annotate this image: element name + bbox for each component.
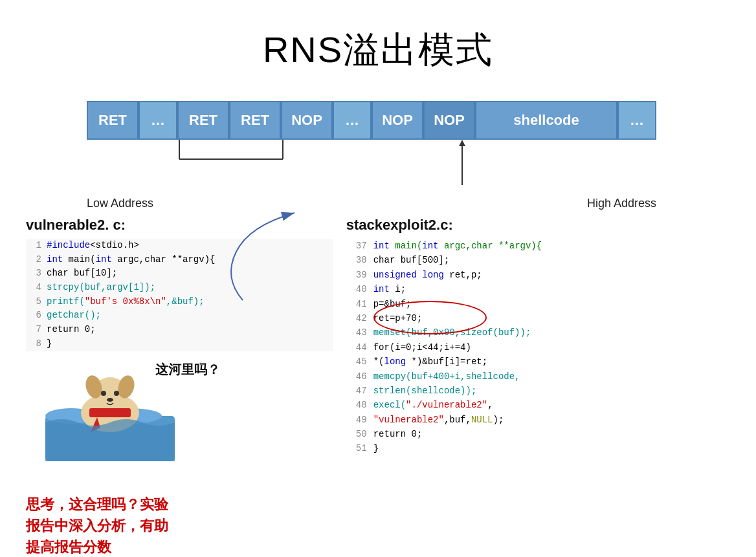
rcode-line-48: 48 execl("./vulnerable2", (346, 398, 730, 412)
rcode-content-41: p=&buf; (373, 297, 412, 311)
printf-str: "buf's 0x%8x\n" (85, 296, 166, 307)
int-keyword-2: int (96, 254, 112, 265)
rline-num-40: 40 (346, 282, 367, 296)
cell-nop-2: NOP (372, 101, 423, 140)
left-code-block: 1 #include<stdio.h> 2 int main(int argc,… (26, 239, 333, 351)
code-content-3: char buf[10]; (47, 267, 117, 281)
end-49: ); (493, 415, 504, 425)
comma-48: , (487, 400, 493, 410)
rcode-line-40: 40 int i; (346, 282, 730, 296)
rcode-content-39: unsigned long ret,p; (373, 268, 482, 282)
svg-marker-4 (459, 140, 465, 146)
execl-48: execl( (373, 400, 406, 410)
high-address-label: High Address (587, 197, 656, 210)
args-37: argc,char **argv){ (439, 241, 542, 251)
rcode-line-49: 49 "vulnerable2",buf,NULL); (346, 413, 730, 427)
null-49: NULL (471, 415, 493, 425)
str-48: "./vulnerable2" (406, 400, 487, 410)
rline-num-46: 46 (346, 369, 367, 384)
include-keyword: #include (47, 240, 90, 250)
rcode-line-46: 46 memcpy(buf+400+i,shellcode, (346, 369, 730, 384)
code-line-2: 2 int main(int argc,char **argv){ (26, 253, 333, 267)
rcode-line-39: 39 unsigned long ret,p; (346, 268, 730, 282)
code-content-7: return 0; (47, 323, 96, 337)
rline-num-50: 50 (346, 427, 367, 441)
right-section-title: stackexploit2.c: (346, 217, 730, 234)
rline-num-49: 49 (346, 413, 367, 427)
rline-num-42: 42 (346, 311, 367, 325)
rcode-line-51: 51 } (346, 441, 730, 455)
right-code-block: 37 int main(int argc,char **argv){ 38 ch… (346, 239, 730, 456)
rcode-line-42: 42 ret=p+70; (346, 311, 730, 325)
unsigned-39: unsigned (373, 270, 423, 280)
rline-num-43: 43 (346, 325, 367, 340)
code-content-8: } (47, 337, 52, 351)
line-num-7: 7 (26, 323, 41, 337)
memory-row: RET … RET RET NOP … NOP NOP shellcode … (87, 101, 669, 140)
rcode-content-37: int main(int argc,char **argv){ (373, 239, 542, 253)
right-column: stackexploit2.c: 37 int main(int argc,ch… (346, 217, 730, 557)
rcode-content-46: memcpy(buf+400+i,shellcode, (373, 369, 520, 384)
line-num-5: 5 (26, 295, 41, 309)
address-labels: Low Address High Address (87, 197, 656, 210)
cell-ret-3: RET (229, 101, 281, 140)
code-line-7: 7 return 0; (26, 323, 333, 337)
rcode-content-47: strlen(shellcode)); (373, 384, 477, 398)
line-num-8: 8 (26, 337, 41, 351)
rline-num-45: 45 (346, 355, 367, 369)
line-num-3: 3 (26, 267, 41, 281)
rline-num-37: 37 (346, 239, 367, 253)
svg-rect-15 (89, 408, 131, 417)
content-area: vulnerable2. c: 1 #include<stdio.h> 2 in… (0, 217, 756, 557)
cell-ret-1: RET (87, 101, 139, 140)
vars-39: ret,p; (444, 270, 482, 280)
rcode-content-51: } (373, 441, 379, 455)
cell-dots-3: … (617, 101, 656, 140)
printf-func: printf( (47, 296, 85, 307)
left-section-title: vulnerable2. c: (26, 217, 333, 234)
dog-question-text: 这河里吗？ (155, 361, 220, 378)
rline-num-41: 41 (346, 297, 367, 311)
var-40: i; (390, 284, 406, 294)
line-num-1: 1 (26, 239, 41, 253)
rcode-line-47: 47 strlen(shellcode)); (346, 384, 730, 398)
code-content-2: int main(int argc,char **argv){ (47, 253, 215, 267)
args-49: ,buf, (444, 415, 471, 425)
rcode-content-40: int i; (373, 282, 406, 296)
line-num-2: 2 (26, 253, 41, 267)
code-line-4: 4 strcpy(buf,argv[1]); (26, 281, 333, 295)
main-func-1: main( (69, 254, 96, 265)
code-content-1: #include<stdio.h> (47, 239, 139, 253)
line-num-4: 4 (26, 281, 41, 295)
cell-nop-3: NOP (423, 101, 475, 140)
str2-49: "vulnerable2" (373, 415, 444, 425)
int-keyword-1: int (47, 254, 69, 265)
code-line-3: 3 char buf[10]; (26, 267, 333, 281)
printf-arg: ,&buf); (166, 296, 205, 307)
rline-num-44: 44 (346, 340, 367, 355)
svg-point-13 (114, 391, 119, 396)
low-address-label: Low Address (87, 197, 153, 210)
rcode-content-44: for(i=0;i<44;i+=4) (373, 340, 471, 355)
rcode-content-38: char buf[500]; (373, 253, 450, 267)
code-content-4: strcpy(buf,argv[1]); (47, 281, 155, 295)
rcode-content-48: execl("./vulnerable2", (373, 398, 493, 412)
cell-ret-2: RET (177, 101, 229, 140)
rcode-content-50: return 0; (373, 427, 423, 441)
line-num-6: 6 (26, 309, 41, 323)
long-45: long (384, 356, 406, 367)
code-line-8: 8 } (26, 337, 333, 351)
rcode-content-45: *(long *)&buf[i]=ret; (373, 355, 487, 369)
cell-nop-1: NOP (281, 101, 333, 140)
rcode-content-42: ret=p+70; (373, 311, 423, 325)
rline-num-38: 38 (346, 253, 367, 267)
page-title: RNS溢出模式 (0, 0, 756, 94)
rline-num-48: 48 (346, 398, 367, 412)
left-column: vulnerable2. c: 1 #include<stdio.h> 2 in… (26, 217, 333, 557)
code-45b: *)&buf[i]=ret; (406, 356, 487, 367)
rcode-line-50: 50 return 0; (346, 427, 730, 441)
svg-point-14 (107, 398, 113, 402)
rcode-line-43: 43 memset(buf,0x90,sizeof(buf)); (346, 325, 730, 340)
rline-num-47: 47 (346, 384, 367, 398)
main-args-1: argc,char **argv){ (112, 254, 216, 265)
